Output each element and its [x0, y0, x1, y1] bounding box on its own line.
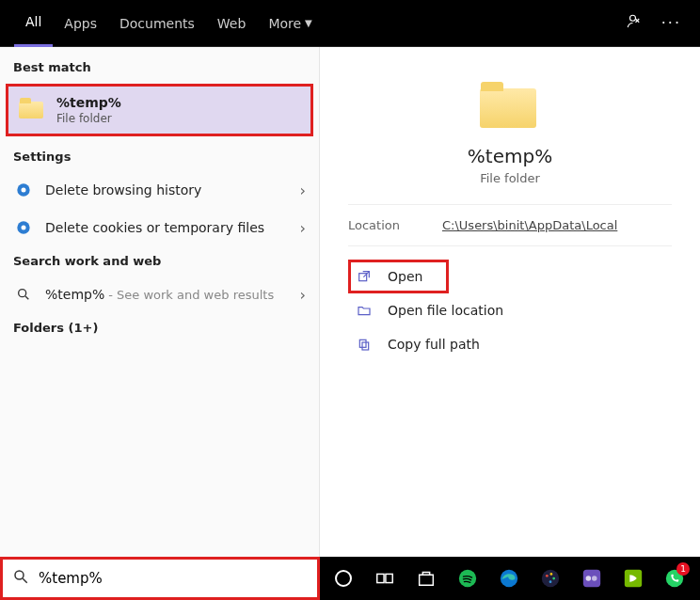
svg-point-20	[549, 580, 552, 583]
svg-rect-9	[362, 342, 369, 350]
best-match-subtitle: File folder	[56, 112, 121, 125]
results-pane: Best match %temp% File folder Settings D…	[0, 47, 320, 557]
app-icon[interactable]	[574, 560, 610, 597]
svg-point-10	[15, 571, 24, 579]
search-filter-tabs: All Apps Documents Web More▼ ···	[0, 0, 700, 47]
preview-pane: %temp% File folder Location C:\Users\bin…	[320, 47, 700, 557]
best-match-header: Best match	[0, 53, 319, 82]
notification-badge: 1	[676, 562, 690, 576]
best-match-title: %temp%	[56, 95, 121, 110]
preview-title: %temp%	[468, 145, 552, 167]
folder-icon	[19, 96, 47, 124]
store-icon[interactable]	[408, 560, 444, 597]
edge-icon[interactable]	[491, 560, 527, 597]
svg-rect-13	[386, 574, 392, 582]
location-label: Location	[348, 218, 442, 232]
taskbar: 1	[320, 560, 700, 597]
svg-point-0	[629, 15, 635, 21]
tab-all[interactable]: All	[14, 0, 53, 47]
feedback-icon[interactable]	[616, 13, 652, 34]
more-options-icon[interactable]: ···	[652, 14, 691, 32]
chevron-down-icon: ▼	[305, 18, 312, 28]
svg-line-6	[25, 296, 28, 299]
search-icon	[12, 568, 29, 589]
copy-icon	[354, 334, 374, 355]
spotify-icon[interactable]	[450, 560, 485, 597]
chevron-right-icon: ›	[300, 182, 306, 199]
search-icon	[13, 284, 34, 305]
settings-result-history[interactable]: Delete browsing history ›	[0, 171, 319, 209]
action-copy-path[interactable]: Copy full path	[348, 327, 672, 361]
settings-header: Settings	[0, 142, 319, 171]
tab-web[interactable]: Web	[206, 0, 258, 47]
whatsapp-icon[interactable]: 1	[657, 560, 692, 597]
svg-point-16	[542, 570, 559, 587]
tab-more[interactable]: More▼	[257, 0, 323, 47]
tab-apps[interactable]: Apps	[53, 0, 108, 47]
folders-header: Folders (1+)	[0, 313, 319, 342]
action-open-location[interactable]: Open file location	[348, 293, 672, 327]
search-box[interactable]	[3, 560, 317, 597]
best-match-result[interactable]: %temp% File folder	[6, 84, 313, 136]
cortana-icon[interactable]	[326, 560, 361, 597]
settings-result-cookies[interactable]: Delete cookies or temporary files ›	[0, 209, 319, 246]
svg-point-23	[592, 576, 597, 581]
folder-icon	[354, 300, 374, 321]
svg-point-5	[19, 290, 26, 297]
folder-icon	[477, 79, 543, 132]
svg-point-2	[22, 188, 26, 193]
web-search-suggest[interactable]: %temp% - See work and web results ›	[0, 276, 319, 313]
svg-rect-12	[377, 574, 384, 582]
location-row: Location C:\Users\binit\AppData\Local	[348, 204, 672, 246]
paint-icon[interactable]	[533, 560, 568, 597]
search-web-header: Search work and web	[0, 246, 319, 276]
svg-point-18	[550, 573, 553, 576]
svg-point-4	[22, 226, 26, 230]
task-view-icon[interactable]	[367, 560, 403, 597]
svg-point-17	[546, 575, 549, 577]
location-path-link[interactable]: C:\Users\binit\AppData\Local	[442, 218, 617, 232]
action-open[interactable]: Open	[348, 260, 449, 293]
svg-rect-8	[359, 339, 366, 347]
gear-icon	[13, 180, 34, 200]
chevron-right-icon: ›	[300, 219, 306, 237]
gear-icon	[13, 217, 34, 238]
svg-line-11	[23, 578, 27, 583]
open-icon	[354, 266, 374, 287]
svg-point-19	[552, 577, 555, 580]
chevron-right-icon: ›	[300, 286, 306, 304]
svg-point-22	[586, 576, 592, 581]
preview-subtitle: File folder	[480, 171, 540, 185]
nvidia-icon[interactable]	[615, 560, 651, 597]
tab-documents[interactable]: Documents	[108, 0, 206, 47]
search-input[interactable]	[39, 560, 317, 597]
